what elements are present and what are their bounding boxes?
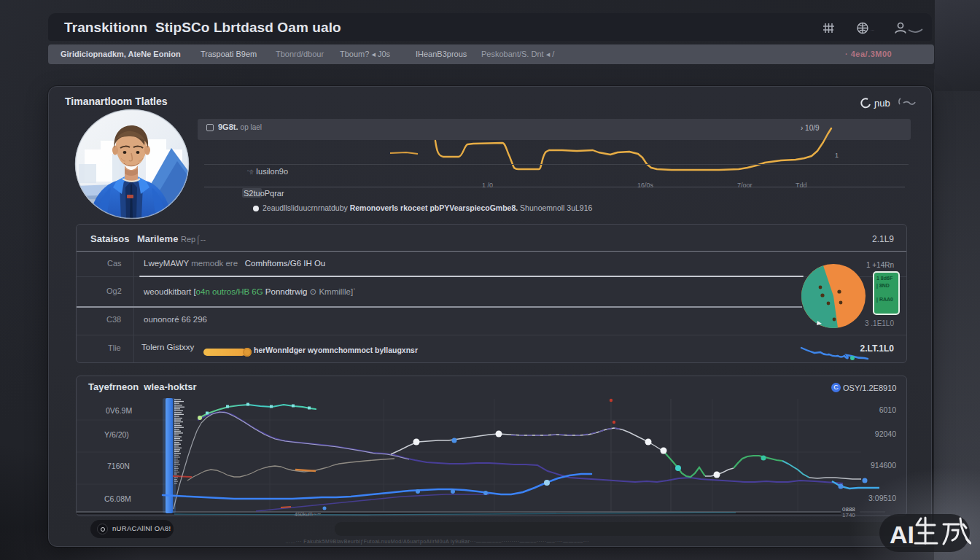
- svg-text:450kum∼∼: 450kum∼∼: [295, 511, 322, 517]
- svg-text:ɲub: ɲub: [874, 98, 890, 109]
- svg-text:...: ...: [871, 27, 874, 31]
